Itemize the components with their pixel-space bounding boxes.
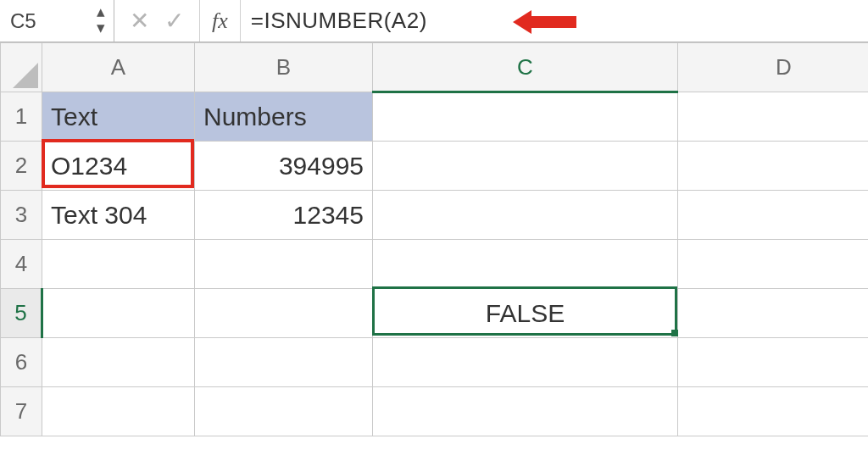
row-header-5[interactable]: 5: [1, 289, 42, 338]
column-header-row: A B C D: [1, 43, 869, 92]
table-row: 5 FALSE: [1, 289, 869, 338]
cell-B2[interactable]: 394995: [195, 142, 373, 191]
cancel-icon[interactable]: ✕: [130, 7, 149, 35]
cell-C4[interactable]: [373, 240, 678, 289]
cell-A1[interactable]: Text: [42, 92, 195, 142]
cell-D7[interactable]: [678, 387, 869, 436]
name-box[interactable]: C5 ▴ ▾: [0, 0, 114, 42]
cell-D3[interactable]: [678, 191, 869, 240]
formula-bar: C5 ▴ ▾ ✕ ✓ fx =ISNUMBER(A2): [0, 0, 868, 42]
name-box-value: C5: [10, 9, 36, 33]
cell-A3[interactable]: Text 304: [42, 191, 195, 240]
cell-A2[interactable]: O1234: [42, 142, 195, 191]
cell-A5[interactable]: [42, 289, 195, 338]
column-header-D[interactable]: D: [678, 43, 869, 92]
row-header-2[interactable]: 2: [1, 142, 42, 191]
fx-label[interactable]: fx: [200, 0, 241, 42]
row-header-1[interactable]: 1: [1, 92, 42, 142]
select-all-corner[interactable]: [1, 43, 42, 92]
cell-C6[interactable]: [373, 338, 678, 387]
cell-B3[interactable]: 12345: [195, 191, 373, 240]
callout-arrow-icon: [513, 8, 576, 36]
cell-D6[interactable]: [678, 338, 869, 387]
cell-D2[interactable]: [678, 142, 869, 191]
row-header-6[interactable]: 6: [1, 338, 42, 387]
cell-A7[interactable]: [42, 387, 195, 436]
cell-C2[interactable]: [373, 142, 678, 191]
row-header-3[interactable]: 3: [1, 191, 42, 240]
confirm-icon[interactable]: ✓: [164, 7, 184, 35]
cell-B6[interactable]: [195, 338, 373, 387]
svg-marker-0: [513, 10, 576, 34]
cell-C7[interactable]: [373, 387, 678, 436]
table-row: 4: [1, 240, 869, 289]
row-header-7[interactable]: 7: [1, 387, 42, 436]
table-row: 1 Text Numbers: [1, 92, 869, 142]
table-row: 3 Text 304 12345: [1, 191, 869, 240]
cell-B4[interactable]: [195, 240, 373, 289]
cell-B1[interactable]: Numbers: [195, 92, 373, 142]
formula-bar-controls: ✕ ✓: [114, 0, 200, 42]
cell-C3[interactable]: [373, 191, 678, 240]
cell-B7[interactable]: [195, 387, 373, 436]
table-row: 2 O1234 394995: [1, 142, 869, 191]
cell-D5[interactable]: [678, 289, 869, 338]
column-header-B[interactable]: B: [195, 43, 373, 92]
cell-D1[interactable]: [678, 92, 869, 142]
spreadsheet-grid[interactable]: A B C D 1 Text Numbers 2 O1234 394995 3 …: [0, 42, 868, 436]
cell-D4[interactable]: [678, 240, 869, 289]
cell-A4[interactable]: [42, 240, 195, 289]
row-header-4[interactable]: 4: [1, 240, 42, 289]
column-header-A[interactable]: A: [42, 43, 195, 92]
cell-A6[interactable]: [42, 338, 195, 387]
chevron-down-icon[interactable]: ▾: [97, 19, 105, 36]
table-row: 7: [1, 387, 869, 436]
table-row: 6: [1, 338, 869, 387]
cell-B5[interactable]: [195, 289, 373, 338]
column-header-C[interactable]: C: [373, 43, 678, 92]
chevron-up-icon[interactable]: ▴: [97, 3, 105, 19]
cell-C1[interactable]: [373, 92, 678, 142]
cell-C5[interactable]: FALSE: [373, 289, 678, 338]
name-box-stepper[interactable]: ▴ ▾: [97, 3, 105, 36]
